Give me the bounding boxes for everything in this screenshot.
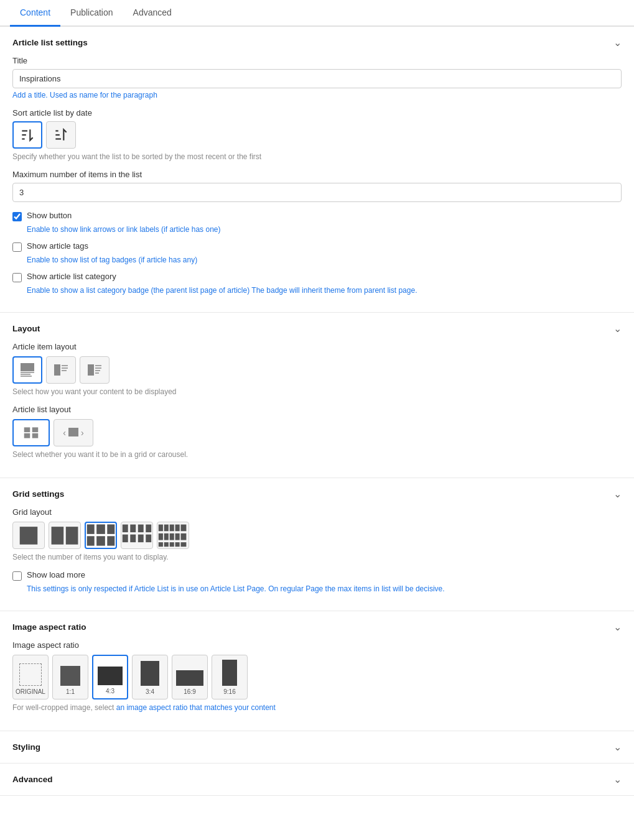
svg-rect-51 [159, 542, 163, 547]
tabs-bar: Content Publication Advanced [0, 0, 634, 27]
grid-1col-button[interactable] [12, 522, 45, 549]
svg-rect-45 [180, 524, 186, 531]
aspect-16-9-label: 16:9 [184, 688, 195, 695]
grid-3col-button[interactable] [85, 522, 117, 549]
svg-rect-40 [146, 534, 151, 542]
svg-rect-44 [175, 524, 180, 531]
list-layout-carousel-button[interactable]: ‹ › [54, 419, 93, 446]
list-layout-options: ‹ › [12, 419, 622, 446]
grid-4col-button[interactable] [121, 522, 153, 549]
grid-section-title: Grid settings [12, 489, 64, 499]
show-button-row: Show button Enable to show link arrows o… [12, 211, 622, 234]
layout-section: Layout ⌄ Article item layout [0, 313, 634, 478]
aspect-9-16-button[interactable]: 9:16 [212, 655, 248, 699]
grid-2col-button[interactable] [49, 522, 81, 549]
aspect-ratio-field: Image aspect ratio ORIGINAL 1:1 4:3 3:4 [12, 640, 622, 712]
show-tags-label: Show article tags [27, 241, 88, 251]
svg-rect-28 [96, 525, 105, 534]
tab-advanced[interactable]: Advanced [123, 0, 182, 27]
sort-desc-button[interactable] [12, 121, 42, 149]
svg-rect-27 [87, 525, 95, 534]
show-category-checkbox[interactable] [12, 273, 22, 282]
svg-rect-31 [96, 537, 105, 546]
show-category-row: Show article list category Enable to sho… [12, 272, 622, 295]
show-category-hint: Enable to show a list category badge (th… [27, 286, 622, 295]
advanced-section-header[interactable]: Advanced ⌄ [12, 773, 622, 785]
sort-options [12, 121, 622, 149]
svg-rect-37 [123, 534, 128, 542]
aspect-1-1-button[interactable]: 1:1 [52, 655, 88, 699]
svg-rect-41 [159, 524, 163, 531]
svg-rect-25 [52, 527, 64, 545]
chevron-down-icon[interactable]: ⌄ [613, 37, 622, 48]
svg-rect-10 [54, 364, 60, 376]
sort-asc-button[interactable] [46, 121, 76, 149]
svg-rect-42 [164, 524, 169, 531]
svg-rect-24 [20, 527, 38, 545]
aspect-3-4-button[interactable]: 3:4 [132, 655, 168, 699]
show-tags-checkbox[interactable] [12, 242, 22, 252]
aspect-original-button[interactable]: ORIGINAL [12, 655, 49, 699]
svg-rect-52 [164, 542, 169, 547]
layout-chevron-down-icon[interactable]: ⌄ [613, 323, 622, 335]
show-load-more-label: Show load more [27, 570, 85, 579]
show-tags-row: Show article tags Enable to show list of… [12, 241, 622, 264]
section-header: Article list settings ⌄ [12, 37, 622, 48]
grid-layout-field: Grid layout [12, 507, 622, 561]
sort-hint: Specify whether you want the list to be … [12, 152, 622, 161]
tab-content[interactable]: Content [10, 0, 60, 27]
svg-rect-43 [170, 524, 174, 531]
show-button-label: Show button [27, 211, 72, 220]
grid-5col-button[interactable] [157, 522, 189, 549]
show-load-more-checkbox[interactable] [12, 571, 22, 581]
title-input[interactable] [12, 69, 622, 88]
item-layout-hint: Select how you want your content to be d… [12, 387, 622, 396]
advanced-chevron-down-icon[interactable]: ⌄ [613, 773, 622, 785]
item-layout-full-button[interactable] [12, 356, 42, 384]
show-tags-hint: Enable to show list of tag badges (if ar… [27, 256, 622, 264]
aspect-1-1-label: 1:1 [66, 688, 75, 695]
aspect-chevron-down-icon[interactable]: ⌄ [613, 621, 622, 633]
aspect-original-label: ORIGINAL [16, 688, 45, 695]
styling-section-title: Styling [12, 742, 40, 752]
aspect-3-4-label: 3:4 [146, 688, 154, 695]
max-items-input[interactable] [12, 183, 622, 202]
styling-chevron-down-icon[interactable]: ⌄ [613, 741, 622, 753]
svg-rect-55 [180, 542, 186, 547]
show-category-label: Show article list category [27, 272, 116, 281]
layout-section-header: Layout ⌄ [12, 323, 622, 335]
list-layout-grid-button[interactable] [12, 419, 50, 446]
aspect-4-3-button[interactable]: 4:3 [92, 655, 128, 699]
article-item-layout-field: Article item layout [12, 342, 622, 396]
aspect-4-3-label: 4:3 [106, 688, 114, 695]
show-load-more-hint: This settings is only respected if Artic… [27, 584, 622, 593]
list-layout-hint: Select whether you want it to be in a gr… [12, 450, 622, 459]
svg-rect-53 [170, 542, 174, 547]
item-layout-textonly-button[interactable] [80, 356, 110, 384]
aspect-ratio-options: ORIGINAL 1:1 4:3 3:4 16:9 [12, 655, 622, 699]
article-list-layout-field: Article list layout ‹ › [12, 405, 622, 459]
styling-section: Styling ⌄ [0, 731, 634, 764]
title-hint: Add a title. Used as name for the paragr… [12, 91, 622, 99]
svg-rect-48 [170, 533, 174, 540]
svg-rect-47 [164, 533, 169, 540]
show-load-more-row: Show load more This settings is only res… [12, 570, 622, 593]
styling-section-header[interactable]: Styling ⌄ [12, 741, 622, 753]
svg-rect-32 [107, 537, 114, 546]
grid-chevron-down-icon[interactable]: ⌄ [613, 488, 622, 500]
layout-section-title: Layout [12, 324, 40, 333]
svg-rect-14 [88, 364, 94, 376]
tab-publication[interactable]: Publication [60, 0, 123, 27]
svg-rect-22 [32, 433, 39, 438]
item-layout-sidebyside-button[interactable] [46, 356, 76, 384]
advanced-section: Advanced ⌄ [0, 764, 634, 796]
image-aspect-ratio-section: Image aspect ratio ⌄ Image aspect ratio … [0, 611, 634, 731]
item-layout-options [12, 356, 622, 384]
svg-rect-30 [87, 537, 95, 546]
grid-section-header: Grid settings ⌄ [12, 488, 622, 500]
show-button-hint: Enable to show link arrows or link label… [27, 225, 622, 234]
aspect-9-16-label: 9:16 [223, 688, 235, 695]
aspect-16-9-button[interactable]: 16:9 [172, 655, 208, 699]
aspect-section-title: Image aspect ratio [12, 622, 86, 632]
show-button-checkbox[interactable] [12, 212, 22, 221]
